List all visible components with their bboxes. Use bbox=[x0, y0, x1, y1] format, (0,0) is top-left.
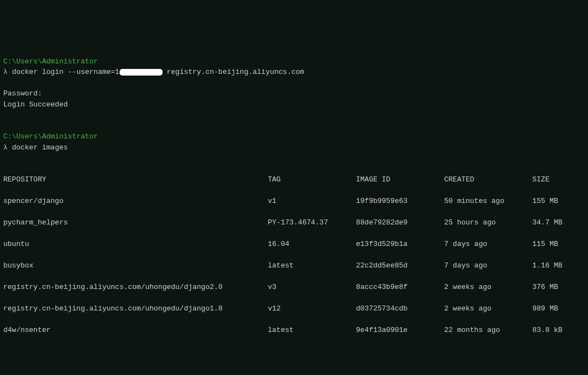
table-row: busyboxlatest22c2dd5ee85d7 days ago1.16 … bbox=[3, 260, 585, 271]
terminal-output[interactable]: C:\Users\Administrator λ docker login --… bbox=[3, 45, 585, 375]
table-row: pycharm_helpersPY-173.4674.3788de79282de… bbox=[3, 217, 585, 228]
output-login-success: Login Succeeded bbox=[3, 100, 68, 109]
images-table-1: REPOSITORYTAGIMAGE IDCREATEDSIZE spencer… bbox=[3, 164, 585, 347]
redacted-username bbox=[120, 69, 163, 76]
table-row: registry.cn-beijing.aliyuncs.com/uhonged… bbox=[3, 282, 585, 293]
table-row: ubuntu16.04e13f3d529b1a7 days ago115 MB bbox=[3, 239, 585, 250]
prompt-path: C:\Users\Administrator bbox=[3, 57, 98, 66]
output-password: Password: bbox=[3, 89, 42, 98]
table-row: d4w/nsenterlatest9e4f13a0901e22 months a… bbox=[3, 325, 585, 336]
prompt-path: C:\Users\Administrator bbox=[3, 132, 98, 141]
table-header: REPOSITORYTAGIMAGE IDCREATEDSIZE bbox=[3, 174, 585, 185]
table-row: spencer/djangov119f9b9959e6350 minutes a… bbox=[3, 196, 585, 207]
command-images-1: docker images bbox=[12, 143, 68, 152]
table-row: registry.cn-beijing.aliyuncs.com/uhonged… bbox=[3, 303, 585, 314]
prompt-symbol: λ bbox=[3, 68, 8, 76]
prompt-symbol: λ bbox=[3, 143, 8, 152]
command-login: docker login --username=1 registry.cn-be… bbox=[12, 68, 305, 76]
